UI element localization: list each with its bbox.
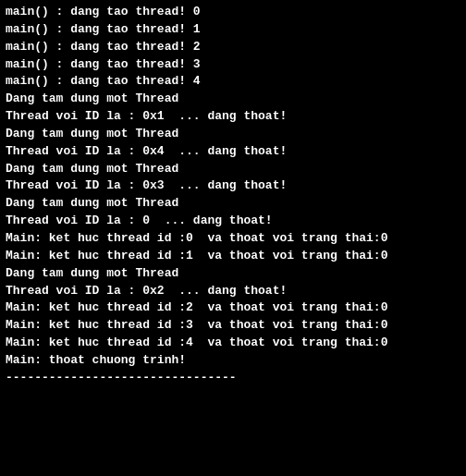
terminal-line: --------------------------------: [6, 370, 460, 387]
terminal-line: Dang tam dung mot Thread: [6, 265, 460, 283]
terminal-line: Main: ket huc thread id :3 va thoat voi …: [6, 317, 460, 335]
terminal-line: Main: thoat chuong trinh!: [6, 352, 460, 370]
terminal-line: main() : dang tao thread! 0: [6, 4, 460, 21]
terminal-line: Thread voi ID la : 0x2 ... dang thoat!: [6, 283, 460, 300]
terminal-window: main() : dang tao thread! 0main() : dang…: [0, 0, 466, 476]
terminal-line: Thread voi ID la : 0x3 ... dang thoat!: [6, 177, 460, 195]
terminal-line: Thread voi ID la : 0x4 ... dang thoat!: [6, 143, 460, 161]
terminal-line: main() : dang tao thread! 4: [6, 73, 460, 91]
terminal-line: main() : dang tao thread! 2: [6, 39, 460, 56]
terminal-line: Main: ket huc thread id :0 va thoat voi …: [6, 230, 460, 248]
terminal-line: Main: ket huc thread id :1 va thoat voi …: [6, 248, 460, 265]
terminal-line: main() : dang tao thread! 3: [6, 56, 460, 74]
terminal-line: Dang tam dung mot Thread: [6, 126, 460, 143]
terminal-line: Main: ket huc thread id :2 va thoat voi …: [6, 299, 460, 317]
terminal-line: Dang tam dung mot Thread: [6, 161, 460, 178]
terminal-line: Dang tam dung mot Thread: [6, 91, 460, 108]
terminal-line: Thread voi ID la : 0 ... dang thoat!: [6, 213, 460, 230]
terminal-line: Main: ket huc thread id :4 va thoat voi …: [6, 335, 460, 352]
terminal-line: Dang tam dung mot Thread: [6, 195, 460, 213]
terminal-line: Thread voi ID la : 0x1 ... dang thoat!: [6, 108, 460, 126]
terminal-line: main() : dang tao thread! 1: [6, 21, 460, 39]
